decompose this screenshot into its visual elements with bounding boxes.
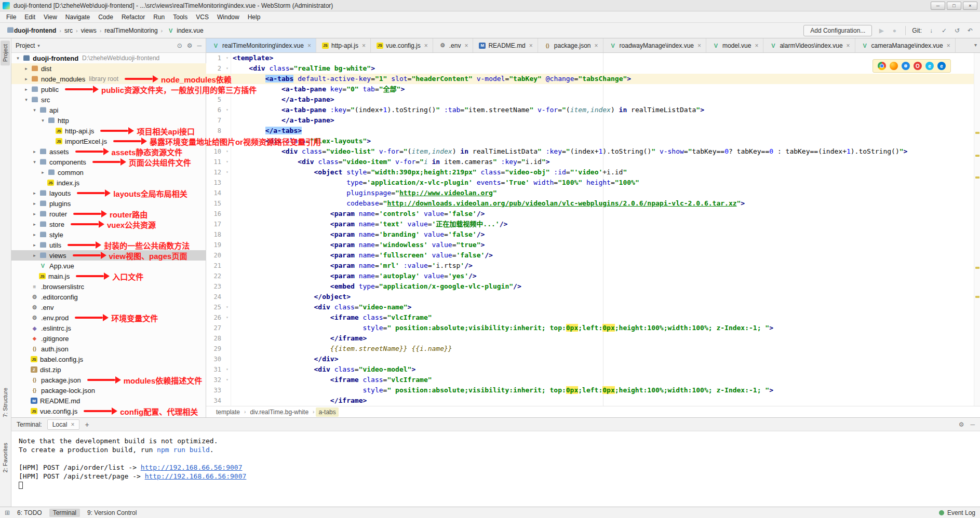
fold-marker[interactable]: ▾ xyxy=(224,146,231,157)
fold-marker[interactable]: ▾ xyxy=(224,105,231,115)
editor-tab[interactable]: VcameraManage\index.vue× xyxy=(855,38,956,52)
editor-tab[interactable]: JSvue.config.js× xyxy=(371,38,433,52)
tree-item[interactable]: JSmain.js入口文件 xyxy=(11,271,206,281)
breadcrumb-item[interactable]: a-tabs xyxy=(316,407,338,417)
tree-item[interactable]: Zdist.zip xyxy=(11,364,206,375)
tree-item[interactable]: ⚙.editorconfig xyxy=(11,292,206,302)
ie-icon[interactable]: e xyxy=(925,62,934,70)
tab-close-icon[interactable]: × xyxy=(362,42,366,49)
debug-icon[interactable]: ● xyxy=(890,26,899,35)
tree-item[interactable]: JSindex.js xyxy=(11,178,206,188)
terminal-add-tab-button[interactable]: + xyxy=(85,420,89,429)
tree-item[interactable]: ▸style xyxy=(11,229,206,240)
close-button[interactable]: × xyxy=(963,2,977,10)
firefox-icon[interactable] xyxy=(890,62,898,70)
tree-item[interactable]: JSvue.config.jsconfig配置、代理相关 xyxy=(11,406,206,416)
breadcrumb-item[interactable]: views xyxy=(81,27,97,34)
tree-item[interactable]: {}package-lock.json xyxy=(11,385,206,396)
expand-arrow-icon[interactable]: ▸ xyxy=(31,242,38,248)
tab-close-icon[interactable]: × xyxy=(697,42,701,49)
tool-button-favorites[interactable]: 2: Favorites xyxy=(1,439,10,476)
tree-item[interactable]: ▾api xyxy=(11,105,206,115)
git-update-icon[interactable]: ↓ xyxy=(927,26,936,35)
tree-item[interactable]: ▸plugins xyxy=(11,198,206,209)
tab-close-icon[interactable]: × xyxy=(464,42,468,49)
menu-item-file[interactable]: File xyxy=(2,12,20,22)
breadcrumb-item[interactable]: duoji-frontend xyxy=(14,27,56,34)
fold-marker[interactable]: ▾ xyxy=(224,53,231,63)
expand-arrow-icon[interactable]: ▸ xyxy=(23,66,30,71)
git-history-icon[interactable]: ↺ xyxy=(952,26,962,35)
tree-item[interactable]: ▾duoji-frontendD:\zheheWeb\duoji-fronten… xyxy=(11,53,206,63)
tree-item[interactable]: ≡.browserslistrc xyxy=(11,281,206,292)
statusbar-terminal[interactable]: Terminal xyxy=(49,509,80,517)
tree-item[interactable]: ▾components页面公共组件文件 xyxy=(11,157,206,167)
breadcrumb-item[interactable]: realTimeMonitoring xyxy=(104,27,157,34)
tool-button-structure[interactable]: 7: Structure xyxy=(1,384,10,421)
editor-tab[interactable]: VrealTimeMonitoring\index.vue× xyxy=(206,38,316,52)
collapse-arrow-icon[interactable]: ▾ xyxy=(15,56,21,61)
hide-icon[interactable]: ─ xyxy=(197,42,202,49)
collapse-arrow-icon[interactable]: ▾ xyxy=(31,107,38,113)
tree-item[interactable]: ▸common xyxy=(11,167,206,178)
tree-item[interactable]: JSbabel.config.js xyxy=(11,354,206,364)
collapse-arrow-icon[interactable]: ▾ xyxy=(31,159,38,165)
project-chevron-icon[interactable]: ▾ xyxy=(37,43,40,48)
tab-close-icon[interactable]: × xyxy=(529,42,533,49)
menu-item-help[interactable]: Help xyxy=(244,12,265,22)
expand-arrow-icon[interactable]: ▸ xyxy=(23,76,30,81)
tab-close-icon[interactable]: × xyxy=(847,42,850,49)
tree-item[interactable]: ◆.gitignore xyxy=(11,333,206,344)
tree-item[interactable]: ◈.eslintrc.js xyxy=(11,323,206,333)
tree-item[interactable]: ▸publicpublic资源文件夹，一般放引用的第三方插件 xyxy=(11,84,206,94)
tree-item[interactable]: JSimportExcel.js暴露环境变量地址给图片or视频资源路径变量引用 xyxy=(11,136,206,146)
safari-icon[interactable] xyxy=(902,62,910,70)
expand-arrow-icon[interactable]: ▸ xyxy=(31,222,38,227)
expand-arrow-icon[interactable]: ▸ xyxy=(31,211,38,216)
fold-marker[interactable]: ▾ xyxy=(224,63,231,74)
expand-arrow-icon[interactable]: ▸ xyxy=(39,170,46,175)
terminal-tab-local[interactable]: Local × xyxy=(47,419,80,430)
fold-marker[interactable]: ▾ xyxy=(224,302,231,312)
menu-item-navigate[interactable]: Navigate xyxy=(61,12,94,22)
tree-item[interactable]: ▸assetsassets静态资源文件 xyxy=(11,146,206,157)
gear-icon[interactable]: ⚙ xyxy=(187,42,193,49)
tree-item[interactable]: ▸node_moduleslibrary rootnode_modules依赖 xyxy=(11,74,206,84)
breadcrumb-item[interactable]: src xyxy=(64,27,73,34)
collapse-arrow-icon[interactable]: ▾ xyxy=(39,118,46,123)
maximize-button[interactable]: □ xyxy=(947,2,961,10)
terminal-output[interactable]: Note that the development build is not o… xyxy=(11,431,980,489)
edge-icon[interactable]: e xyxy=(937,62,946,70)
fold-marker[interactable]: ▾ xyxy=(224,312,231,323)
editor-tab[interactable]: {}package.json× xyxy=(538,38,603,52)
tree-item[interactable]: {}package.jsonmodules依赖描述文件 xyxy=(11,375,206,385)
editor-tab[interactable]: MREADME.md× xyxy=(473,38,538,52)
expand-arrow-icon[interactable]: ▸ xyxy=(31,190,38,196)
tool-switcher-icon[interactable]: ⊞ xyxy=(5,509,10,516)
expand-arrow-icon[interactable]: ▸ xyxy=(23,87,30,92)
tree-item[interactable]: ▸utils封装的一些公共函数方法 xyxy=(11,240,206,250)
tab-list-icon[interactable]: ▾ xyxy=(974,42,977,48)
menu-item-view[interactable]: View xyxy=(39,12,61,22)
git-revert-icon[interactable]: ↶ xyxy=(965,26,975,35)
terminal-link[interactable]: http://192.168.66.56:9007 xyxy=(145,472,247,480)
menu-item-run[interactable]: Run xyxy=(149,12,169,22)
locate-icon[interactable]: ⊙ xyxy=(177,42,182,49)
tab-close-icon[interactable]: × xyxy=(755,42,758,49)
tree-item[interactable]: ▾http xyxy=(11,115,206,126)
expand-arrow-icon[interactable]: ▸ xyxy=(31,232,38,237)
menu-item-edit[interactable]: Edit xyxy=(20,12,39,22)
tree-item[interactable]: VApp.vue xyxy=(11,261,206,271)
tree-item[interactable]: ⚙.env.prod环境变量文件 xyxy=(11,312,206,323)
fold-marker[interactable]: ▾ xyxy=(224,364,231,375)
menu-item-vcs[interactable]: VCS xyxy=(192,12,213,22)
terminal-hide-icon[interactable]: ─ xyxy=(970,421,975,428)
terminal-gear-icon[interactable]: ⚙ xyxy=(959,421,964,428)
editor-tab[interactable]: ⚙.env× xyxy=(433,38,474,52)
fold-marker[interactable]: ▾ xyxy=(224,157,231,167)
fold-marker[interactable]: ▾ xyxy=(224,167,231,178)
collapse-arrow-icon[interactable]: ▾ xyxy=(23,97,30,102)
editor-tab[interactable]: ValarmVideos\index.vue× xyxy=(763,38,855,52)
breadcrumb-item[interactable]: div.realTime.bg-white xyxy=(247,407,311,417)
editor-tab[interactable]: VroadwayManage\index.vue× xyxy=(603,38,706,52)
